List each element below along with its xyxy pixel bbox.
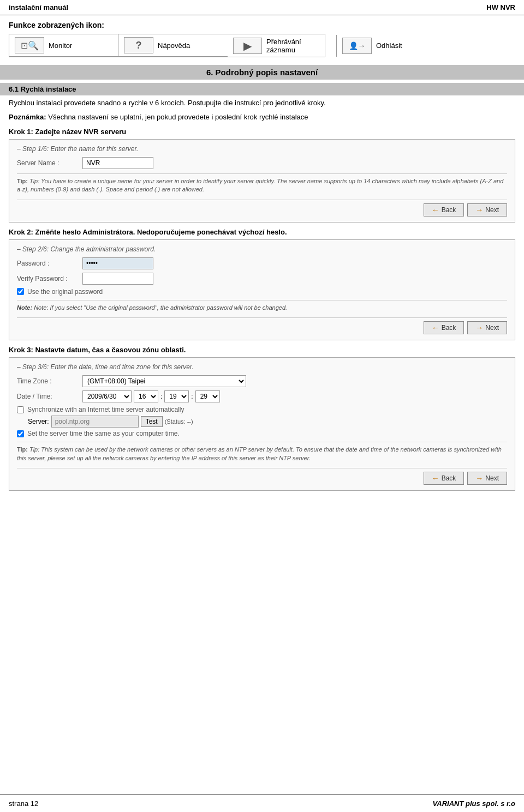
next-arrow-icon3: → [475, 474, 483, 483]
icons-title: Funkce zobrazených ikon: [9, 21, 515, 29]
set-time-label: Set the server time the same as your com… [27, 430, 180, 437]
back-arrow-icon3: ← [432, 474, 439, 483]
password-input[interactable] [82, 257, 153, 269]
footer-left: strana 12 [9, 799, 38, 808]
back-arrow-icon2: ← [432, 323, 439, 332]
sync-checkbox-row: Synchronize with an Internet time server… [17, 406, 507, 413]
icon-cell-napoveda: ? Nápověda [118, 34, 228, 56]
krok2-checkbox-row: Use the original password [17, 288, 507, 296]
krok3-heading: Krok 3: Nastavte datum, čas a časovou zó… [9, 346, 515, 354]
main-content: Rychlou instalaci provedete snadno a ryc… [0, 98, 524, 491]
server-label: Server: [28, 418, 49, 425]
sync-checkbox[interactable] [17, 406, 24, 413]
poznamka-label: Poznámka: [9, 113, 46, 121]
krok1-panel: – Step 1/6: Enter the name for this serv… [9, 139, 515, 222]
ntp-server-input[interactable] [51, 416, 139, 428]
header-left: instalační manuál [9, 3, 68, 11]
password-label: Password : [17, 260, 82, 267]
prehravani-label: Přehrávání záznamu [266, 38, 331, 54]
next-arrow-icon: → [475, 206, 483, 214]
play-icon: ▶ [233, 38, 262, 54]
poznamka-text: Všechna nastavení se uplatní, jen pokud … [46, 113, 308, 121]
icons-section: Funkce zobrazených ikon: ⊡🔍 Monitor ? Ná… [0, 15, 524, 59]
question-icon: ? [124, 37, 153, 53]
krok2-back-button[interactable]: ← Back [424, 321, 465, 334]
krok1-btn-row: ← Back → Next [17, 200, 507, 216]
server-row: Server: Test (Status: --) [17, 416, 507, 428]
back-arrow-icon: ← [432, 206, 439, 214]
set-time-checkbox-row: Set the server time the same as your com… [17, 430, 507, 437]
datetime-controls: 2009/6/30 16 : 19 : 29 [82, 390, 220, 402]
odhlasit-label: Odhlásit [376, 41, 402, 50]
krok1-tip-text: Tip: You have to create a unique name fo… [17, 178, 503, 193]
monitor-icon: ⊡🔍 [15, 37, 44, 53]
section6-header: 6. Podrobný popis nastavení [0, 65, 524, 80]
krok2-btn-row: ← Back → Next [17, 317, 507, 334]
krok3-step-info: – Step 3/6: Enter the date, time and tim… [17, 363, 507, 371]
monitor-label: Monitor [49, 41, 72, 50]
krok2-heading: Krok 2: Změňte heslo Administrátora. Ned… [9, 228, 515, 236]
timezone-row: Time Zone : (GMT+08:00) Taipei [17, 375, 507, 387]
test-button[interactable]: Test [141, 416, 163, 427]
icons-grid: ⊡🔍 Monitor ? Nápověda ▶ Přehrávání zázna… [9, 34, 325, 57]
status-text: (Status: --) [165, 418, 193, 425]
datetime-row: Date / Time: 2009/6/30 16 : 19 : 29 [17, 390, 507, 402]
poznamka-para: Poznámka: Všechna nastavení se uplatní, … [9, 112, 515, 123]
icon-row-2: ▶ Přehrávání záznamu 👤→ Odhlásit [228, 34, 446, 57]
krok1-field-label: Server Name : [17, 159, 82, 167]
section61-header: 6.1 Rychlá instalace [0, 83, 524, 95]
use-original-checkbox[interactable] [17, 288, 24, 295]
datetime-label: Date / Time: [17, 393, 82, 400]
footer-right: VARIANT plus spol. s r.o [433, 799, 515, 808]
server-name-input[interactable] [82, 157, 153, 169]
icon-row-1: ⊡🔍 Monitor ? Nápověda [9, 34, 228, 57]
use-original-label: Use the original password [27, 288, 103, 296]
page-header: instalační manuál HW NVR [0, 0, 524, 15]
icon-cell-monitor: ⊡🔍 Monitor [9, 34, 118, 56]
set-time-checkbox[interactable] [17, 430, 24, 437]
date-select[interactable]: 2009/6/30 [82, 390, 132, 402]
icon-cell-logout: 👤→ Odhlásit [337, 35, 446, 57]
header-right: HW NVR [486, 3, 515, 11]
krok3-tip: Tip: Tip: This system can be used by the… [17, 442, 507, 462]
timezone-label: Time Zone : [17, 377, 82, 385]
next-arrow-icon2: → [475, 323, 483, 332]
krok1-heading: Krok 1: Zadejte název NVR serveru [9, 128, 515, 136]
krok2-next-button[interactable]: → Next [467, 321, 507, 334]
krok2-step-info: – Step 2/6: Change the administrator pas… [17, 245, 507, 253]
hour-select[interactable]: 16 [134, 390, 158, 402]
verify-password-input[interactable] [82, 273, 153, 285]
krok1-back-button[interactable]: ← Back [424, 203, 465, 216]
krok3-btn-row: ← Back → Next [17, 468, 507, 485]
min-select[interactable]: 19 [164, 390, 189, 402]
page-footer: strana 12 VARIANT plus spol. s r.o [0, 795, 524, 812]
sec-select[interactable]: 29 [195, 390, 220, 402]
krok2-password-row: Password : [17, 257, 507, 269]
krok1-next-button[interactable]: → Next [467, 203, 507, 216]
timezone-select[interactable]: (GMT+08:00) Taipei [82, 375, 246, 387]
krok2-verify-row: Verify Password : [17, 273, 507, 285]
krok1-field-row: Server Name : [17, 157, 507, 169]
krok2-panel: – Step 2/6: Change the administrator pas… [9, 239, 515, 340]
krok2-note-text: Note: If you select "Use the original pa… [34, 304, 287, 311]
logout-icon: 👤→ [342, 38, 372, 54]
napoveda-label: Nápověda [158, 41, 190, 50]
sync-label: Synchronize with an Internet time server… [27, 406, 184, 413]
krok2-note: Note: Note: If you select "Use the origi… [17, 300, 507, 312]
icon-cell-play: ▶ Přehrávání záznamu [228, 35, 337, 57]
krok3-tip-text: Tip: This system can be used by the netw… [17, 446, 502, 461]
krok1-step-info: – Step 1/6: Enter the name for this serv… [17, 145, 507, 153]
krok1-tip: Tip: Tip: You have to create a unique na… [17, 173, 507, 194]
krok3-panel: – Step 3/6: Enter the date, time and tim… [9, 357, 515, 491]
verify-label: Verify Password : [17, 275, 82, 282]
krok3-next-button[interactable]: → Next [467, 472, 507, 485]
intro-text: Rychlou instalaci provedete snadno a ryc… [9, 98, 515, 109]
krok3-back-button[interactable]: ← Back [424, 472, 465, 485]
